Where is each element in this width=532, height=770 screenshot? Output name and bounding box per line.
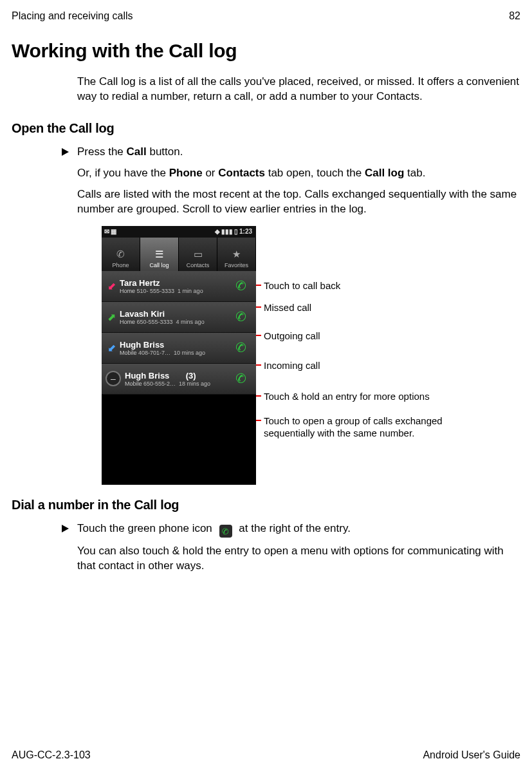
text-fragment: tab open, touch the [265, 167, 365, 179]
tabs-row: ✆Phone ☰Call log ▭Contacts ★Favorites [102, 238, 256, 271]
phone-icon: ✆ [234, 308, 248, 326]
triangle-bullet-icon [62, 525, 69, 532]
section-title: Placing and receiving calls [12, 10, 133, 22]
page-footer: AUG-CC-2.3-103 Android User's Guide [12, 749, 520, 761]
page-header: Placing and receiving calls 82 [0, 0, 532, 24]
section-open-heading: Open the Call log [0, 109, 532, 136]
text-fragment: tab. [404, 167, 425, 179]
card-icon: ▭ [192, 249, 204, 260]
dial-step-block: Touch the green phone icon ✆ at the righ… [0, 512, 532, 574]
doc-id: AUG-CC-2.3-103 [12, 749, 91, 761]
tab-label: Favorites [225, 262, 248, 268]
phone-screenshot: ✉▦ ◆▮▮▮▯1:23 ✆Phone ☰Call log ▭Contacts … [102, 226, 256, 484]
row-sub: Mobile 408-701-7… 10 mins ago [120, 350, 229, 356]
incoming-call-icon: ⬋ [105, 342, 117, 353]
call-back-button[interactable]: ✆ [229, 336, 252, 359]
text-fragment: Press the [77, 146, 127, 158]
callout-hold: Touch & hold an entry for more options [264, 390, 430, 403]
phone-icon: ✆ [221, 525, 230, 538]
step-or-line: Or, if you have the Phone or Contacts ta… [77, 160, 520, 181]
group-expand-icon[interactable]: – [105, 371, 121, 386]
inline-phone-icon: ✆ [219, 525, 232, 538]
call-row-1[interactable]: ⬈ Lavash Kiri Home 650-555-3333 4 mins a… [102, 302, 256, 333]
text-fragment: or [203, 167, 219, 179]
row-sub: Home 510- 555-3333 1 min ago [120, 288, 229, 294]
row-text: Tara Hertz Home 510- 555-3333 1 min ago [120, 278, 229, 294]
intro-paragraph: The Call log is a list of all the calls … [0, 70, 532, 109]
caller-name: Hugh Briss (3) [125, 371, 229, 380]
row-text: Hugh Briss Mobile 408-701-7… 10 mins ago [120, 340, 229, 356]
call-back-button[interactable]: ✆ [229, 367, 252, 390]
group-count: (3) [186, 371, 196, 380]
open-step-block: Press the Call button. Or, if you have t… [0, 136, 532, 217]
text-fragment: at the right of the entry. [239, 522, 351, 534]
text-fragment: button. [147, 146, 183, 158]
status-left-icons: ✉▦ [104, 228, 118, 235]
empty-area [102, 395, 256, 485]
callout-outgoing: Outgoing call [264, 330, 320, 343]
row-sub: Mobile 650-555-2… 18 mins ago [125, 380, 229, 387]
step-note: Calls are listed with the most recent at… [77, 181, 520, 217]
step-touch-phone: Touch the green phone icon ✆ at the righ… [77, 521, 520, 538]
call-row-3[interactable]: – Hugh Briss (3) Mobile 650-555-2… 18 mi… [102, 364, 256, 395]
page-number: 82 [509, 10, 520, 22]
call-back-button[interactable]: ✆ [229, 274, 252, 297]
phone-icon: ✆ [234, 277, 248, 295]
tab-label: Call log [149, 262, 169, 268]
callout-incoming: Incoming call [264, 359, 320, 372]
missed-call-icon: ⬋ [105, 280, 117, 292]
status-time: 1:23 [239, 228, 252, 235]
dial-note: You can also touch & hold the entry to o… [77, 538, 520, 574]
bold-contacts: Contacts [218, 167, 265, 179]
call-back-button[interactable]: ✆ [229, 305, 252, 328]
callout-call-back: Touch to call back [264, 279, 340, 292]
callout-group: Touch to open a group of calls exchanged… [264, 415, 463, 440]
book-title: Android User's Guide [423, 749, 520, 761]
phone-icon: ✆ [234, 370, 248, 388]
bold-call: Call [127, 146, 147, 158]
step-press-call: Press the Call button. [77, 145, 520, 160]
bold-phone: Phone [169, 167, 203, 179]
tab-contacts[interactable]: ▭Contacts [179, 238, 217, 271]
phone-icon: ✆ [234, 339, 248, 357]
outgoing-call-icon: ⬈ [105, 311, 117, 323]
row-text: Lavash Kiri Home 650-555-3333 4 mins ago [120, 309, 229, 325]
tab-label: Contacts [187, 262, 210, 268]
tab-calllog[interactable]: ☰Call log [140, 238, 179, 271]
triangle-bullet-icon [62, 148, 69, 156]
tab-label: Phone [112, 262, 129, 268]
callout-missed: Missed call [264, 301, 311, 314]
main-title: Working with the Call log [0, 24, 532, 70]
list-icon: ☰ [154, 249, 165, 260]
bold-calllog: Call log [365, 167, 404, 179]
call-row-0[interactable]: ⬋ Tara Hertz Home 510- 555-3333 1 min ag… [102, 271, 256, 302]
call-row-2[interactable]: ⬋ Hugh Briss Mobile 408-701-7… 10 mins a… [102, 333, 256, 364]
status-bar: ✉▦ ◆▮▮▮▯1:23 [102, 226, 256, 238]
caller-name: Hugh Briss [120, 340, 229, 350]
status-right: ◆▮▮▮▯1:23 [215, 228, 253, 235]
handset-icon: ✆ [115, 249, 127, 260]
section-dial-heading: Dial a number in the Call log [0, 486, 532, 512]
tab-phone[interactable]: ✆Phone [102, 238, 140, 271]
caller-name: Tara Hertz [120, 278, 229, 288]
text-fragment: Or, if you have the [77, 167, 169, 179]
tab-favorites[interactable]: ★Favorites [217, 238, 256, 271]
row-text: Hugh Briss (3) Mobile 650-555-2… 18 mins… [125, 371, 229, 387]
row-sub: Home 650-555-3333 4 mins ago [120, 319, 229, 325]
text-fragment: Touch the green phone icon [77, 522, 216, 534]
caller-name: Lavash Kiri [120, 309, 229, 319]
star-icon: ★ [231, 249, 243, 260]
figure-zone: ✉▦ ◆▮▮▮▯1:23 ✆Phone ☰Call log ▭Contacts … [102, 226, 532, 486]
